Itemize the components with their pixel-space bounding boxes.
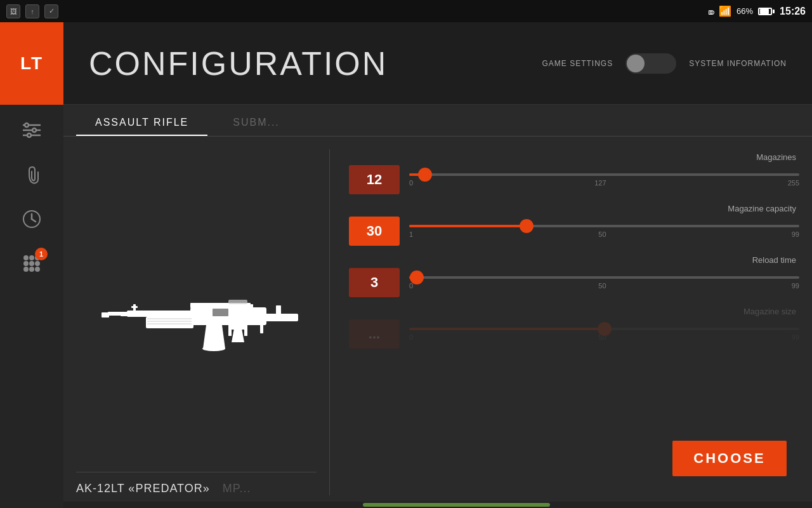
status-bar-right: ⎄ 📶 66% 15:26 [709, 5, 806, 17]
battery-percent: 66% [737, 6, 753, 16]
mark-e99: 99 [792, 333, 799, 341]
magazines-value: 12 [349, 165, 400, 194]
magazines-label: Magazines [349, 152, 799, 162]
mark-r99: 99 [792, 282, 799, 290]
svg-rect-28 [147, 321, 192, 322]
svg-rect-24 [108, 312, 122, 316]
svg-point-14 [36, 262, 39, 265]
reload-row: 3 0 50 99 [349, 268, 799, 297]
sidebar-item-settings[interactable] [13, 111, 51, 149]
svg-rect-23 [121, 312, 130, 316]
tab-submachine[interactable]: SUBM... [214, 110, 299, 136]
capacity-slider-group: Magazine capacity 30 1 50 99 [349, 204, 799, 246]
status-bar: 🖼 ↑ ✓ ⎄ 📶 66% 15:26 [0, 0, 812, 22]
svg-point-10 [30, 256, 34, 260]
reload-label: Reload time [349, 255, 799, 265]
magazines-row: 12 0 127 255 [349, 165, 799, 194]
choose-button[interactable]: CHOOSE [672, 441, 787, 476]
svg-point-16 [30, 267, 34, 271]
scrollbar-thumb[interactable] [363, 503, 550, 507]
svg-point-17 [36, 267, 39, 271]
system-info-label: SYSTEM INFORMATION [689, 59, 787, 68]
upload-icon: ↑ [25, 4, 39, 18]
capacity-fill [409, 225, 527, 227]
mark-1: 1 [409, 231, 413, 238]
sliders-icon [20, 119, 43, 142]
battery-icon [758, 8, 775, 15]
svg-point-30 [202, 346, 225, 351]
magazines-slider-group: Magazines 12 0 127 255 [349, 152, 799, 194]
weapon-panel: AK-12LT «PREDATOR» MP... [76, 149, 330, 495]
mark-50: 50 [598, 231, 606, 238]
extra-label: Magazine size [349, 307, 799, 316]
svg-line-8 [32, 219, 36, 222]
magazines-thumb[interactable] [418, 168, 432, 182]
mark-255: 255 [788, 179, 799, 187]
reload-thumb[interactable] [410, 271, 424, 284]
svg-point-1 [25, 123, 29, 127]
svg-point-5 [27, 133, 31, 137]
weapon-name-active: AK-12LT «PREDATOR» [76, 482, 210, 495]
header-controls: GAME SETTINGS SYSTEM INFORMATION [542, 53, 787, 74]
mark-127: 127 [594, 179, 606, 187]
svg-rect-29 [147, 323, 192, 324]
extra-thumb [598, 322, 612, 336]
sidebar-item-history[interactable] [13, 200, 51, 238]
mark-0: 0 [409, 179, 413, 187]
extra-value: ... [349, 319, 400, 349]
svg-point-15 [24, 267, 28, 271]
paperclip-icon [20, 163, 43, 186]
capacity-label: Magazine capacity [349, 204, 799, 213]
capacity-row: 30 1 50 99 [349, 217, 799, 246]
page-title: CONFIGURATION [89, 44, 542, 83]
svg-point-12 [24, 262, 28, 265]
capacity-marks: 1 50 99 [409, 231, 799, 238]
extra-track [409, 328, 799, 330]
reload-slider-group: Reload time 3 0 50 99 [349, 255, 799, 297]
svg-rect-25 [102, 312, 109, 318]
logo[interactable]: LT [0, 22, 63, 105]
mark-r50: 50 [598, 282, 606, 290]
image-icon: 🖼 [6, 4, 20, 18]
svg-rect-22 [127, 311, 193, 317]
sidebar-item-attach[interactable] [13, 156, 51, 194]
toggle-knob [627, 55, 645, 72]
tab-assault-rifle[interactable]: ASSAULT RIFLE [76, 110, 207, 136]
clock-icon [20, 208, 43, 231]
svg-point-3 [32, 128, 36, 132]
capacity-value: 30 [349, 217, 400, 246]
extra-row: ... 0 50 99 [349, 319, 799, 349]
extra-track-container: 0 50 99 [409, 328, 799, 341]
reload-track[interactable] [409, 276, 799, 279]
reload-value: 3 [349, 268, 400, 297]
weapon-name-tabs: AK-12LT «PREDATOR» MP... [76, 472, 317, 495]
svg-point-9 [24, 256, 28, 260]
wifi-icon: 📶 [719, 5, 731, 17]
header: CONFIGURATION GAME SETTINGS SYSTEM INFOR… [63, 22, 812, 105]
status-bar-left: 🖼 ↑ ✓ [6, 4, 58, 18]
svg-rect-33 [131, 306, 138, 308]
capacity-thumb[interactable] [520, 219, 534, 233]
magazines-track[interactable] [409, 173, 799, 176]
svg-rect-34 [213, 309, 228, 316]
game-settings-toggle[interactable] [625, 53, 676, 74]
weapon-image-area [76, 149, 317, 472]
svg-rect-37 [228, 300, 247, 304]
sidebar: LT [0, 22, 63, 508]
game-settings-label: GAME SETTINGS [542, 59, 613, 68]
mark-e0: 0 [409, 333, 413, 341]
reload-track-container[interactable]: 0 50 99 [409, 276, 799, 290]
svg-rect-19 [276, 305, 281, 321]
magazines-track-container[interactable]: 0 127 255 [409, 173, 799, 187]
extra-fill [409, 328, 605, 330]
capacity-track[interactable] [409, 225, 799, 227]
clock: 15:26 [780, 6, 806, 17]
sidebar-item-apps[interactable]: 1 [13, 244, 51, 283]
scrollbar[interactable] [63, 502, 812, 508]
capacity-track-container[interactable]: 1 50 99 [409, 225, 799, 238]
weapon-name-secondary: MP... [223, 482, 251, 495]
logo-text: LT [20, 53, 43, 74]
reload-marks: 0 50 99 [409, 282, 799, 290]
bluetooth-icon: ⎄ [709, 6, 714, 17]
magazines-marks: 0 127 255 [409, 179, 799, 187]
